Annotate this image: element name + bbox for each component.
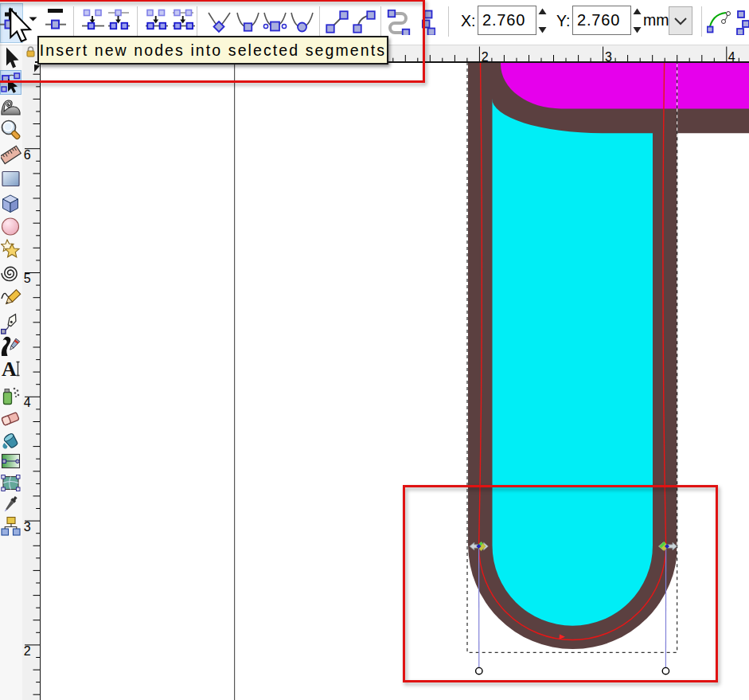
svg-text:5: 5 <box>24 272 31 285</box>
svg-text:4: 4 <box>24 396 31 409</box>
svg-text:A: A <box>2 358 17 381</box>
svg-text:2: 2 <box>24 644 31 658</box>
svg-text:4: 4 <box>728 50 735 62</box>
svg-text:3: 3 <box>24 520 31 534</box>
svg-text:6: 6 <box>24 148 31 162</box>
svg-text:3: 3 <box>605 50 612 62</box>
svg-text:2: 2 <box>482 50 489 62</box>
